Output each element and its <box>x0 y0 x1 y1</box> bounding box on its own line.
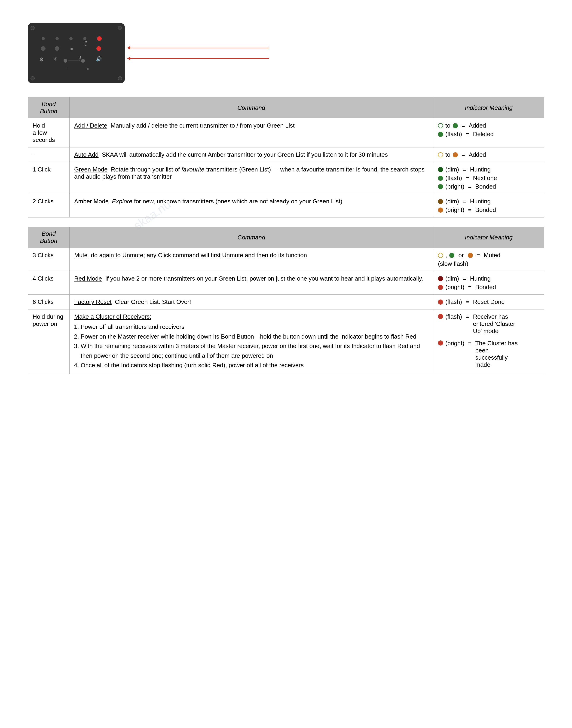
table-1: Bond Button Command Indicator Meaning Ho… <box>28 97 544 217</box>
cmd-title: Add / Delete <box>74 122 107 129</box>
command-cell: Make a Cluster of Receivers: Power off a… <box>70 309 433 374</box>
led-solid-red <box>438 299 443 305</box>
bright-label: (bright) <box>445 284 464 291</box>
eq-sign: = <box>468 340 472 347</box>
flash-label: (flash) <box>445 174 462 181</box>
dot-r1-5-red <box>97 36 102 41</box>
table-row: Hold duringpower on Make a Cluster of Re… <box>28 309 544 374</box>
screw-br <box>118 76 122 80</box>
indicator-cell: (flash) = Receiver hasentered 'ClusterUp… <box>433 309 544 374</box>
bond-cell: Holda few seconds <box>28 118 70 147</box>
meaning-text: Deleted <box>473 131 494 138</box>
led-solid-green-bright <box>438 184 443 189</box>
indicator-cell: , or = Muted (slow flash) <box>433 248 544 271</box>
indicator-row: , or = Muted <box>438 252 540 259</box>
table1-header-bond: Bond Button <box>28 97 70 118</box>
command-cell: Factory Reset Clear Green List. Start Ov… <box>70 295 433 309</box>
indicator-row: (flash) = Next one <box>438 174 540 181</box>
device-section: AUX ⚙ ✳ 🔊 VOL + <box>28 23 544 83</box>
dot-r2-1 <box>41 46 46 51</box>
arrow-2-head <box>127 57 130 60</box>
vol-dot-left <box>64 59 67 63</box>
indicator-row: (flash) = Receiver hasentered 'ClusterUp… <box>438 313 540 335</box>
list-item: Power on the Master receiver while holdi… <box>81 332 428 342</box>
comma-sep: , <box>445 252 447 259</box>
table-row: 2 Clicks Amber Mode Explore for new, unk… <box>28 194 544 217</box>
eq-sign: = <box>463 166 466 173</box>
dot-r1-4 <box>83 37 86 40</box>
dot-r1-1 <box>42 37 45 40</box>
dim-label: (dim) <box>445 275 459 282</box>
meaning-text: Reset Done <box>473 298 504 305</box>
led-solid-red <box>438 314 443 319</box>
slow-flash-label: (slow flash) <box>438 260 540 268</box>
to-label: to <box>445 151 450 158</box>
vol-label: VOL <box>79 56 81 61</box>
indicator-cell: (flash) = Reset Done <box>433 295 544 309</box>
list-item: With the remaining receivers within 3 me… <box>81 341 428 361</box>
meaning-text: Next one <box>473 174 497 181</box>
meaning-text: Hunting <box>470 275 491 282</box>
command-cell: Red Mode If you have 2 or more transmitt… <box>70 271 433 295</box>
led-solid-green-muted <box>449 253 454 258</box>
eq-sign: = <box>468 284 472 291</box>
cmd-italic: favourite <box>182 166 205 173</box>
device-diagram: AUX ⚙ ✳ 🔊 VOL + <box>28 23 125 83</box>
dot-r1-2 <box>56 37 59 40</box>
cmd-title: Red Mode <box>74 275 102 282</box>
meaning-text: Hunting <box>470 198 491 205</box>
bond-cell: 3 Clicks <box>28 248 70 271</box>
screw-tr <box>118 26 122 30</box>
led-solid-green <box>438 176 443 181</box>
bond-cell: - <box>28 147 70 162</box>
table1-header-indicator: Indicator Meaning <box>433 97 544 118</box>
bright-label: (bright) <box>445 206 464 214</box>
meaning-text: Receiver hasentered 'ClusterUp' mode <box>473 313 515 335</box>
command-cell: Amber Mode Explore for new, unknown tran… <box>70 194 433 217</box>
indicator-row: (bright) = Bonded <box>438 183 540 190</box>
led-dim-amber <box>438 199 443 204</box>
table2-header-command: Command <box>70 227 433 248</box>
dim-label: (dim) <box>445 166 459 173</box>
arrow-1-shaft <box>130 48 269 48</box>
cmd-italic: Explore <box>112 198 132 205</box>
table-row: 4 Clicks Red Mode If you have 2 or more … <box>28 271 544 295</box>
table2-header-bond: Bond Button <box>28 227 70 248</box>
led-dim-green <box>438 167 443 172</box>
cmd-title: Green Mode <box>74 166 108 173</box>
indicator-row: to = Added <box>438 122 540 129</box>
aux-label: AUX <box>84 41 87 47</box>
bond-cell: 2 Clicks <box>28 194 70 217</box>
led-solid-amber <box>438 208 443 213</box>
table-row: 6 Clicks Factory Reset Clear Green List.… <box>28 295 544 309</box>
bond-cell: 4 Clicks <box>28 271 70 295</box>
meaning-text: Added <box>469 122 486 129</box>
led-outline-yellow-muted <box>438 253 443 258</box>
bond-cell: 1 Click <box>28 162 70 194</box>
arrow-2 <box>127 57 269 60</box>
indicator-cell: to = Added (flash) = Deleted <box>433 118 544 147</box>
to-label: to <box>445 122 450 129</box>
meaning-text: Bonded <box>476 183 496 190</box>
bond-cell: 6 Clicks <box>28 295 70 309</box>
led-solid-green <box>453 123 458 128</box>
indicator-row: (dim) = Hunting <box>438 166 540 173</box>
eq-sign: = <box>468 206 472 214</box>
screw-bl <box>30 76 35 80</box>
indicator-row: (flash) = Deleted <box>438 131 540 138</box>
indicator-cell: to = Added <box>433 147 544 162</box>
led-solid-amber <box>453 152 458 157</box>
bright-label: (bright) <box>445 183 464 190</box>
dot-r2-2 <box>55 46 59 51</box>
table-row: - Auto Add SKAA will automatically add t… <box>28 147 544 162</box>
indicator-row: (flash) = Reset Done <box>438 298 540 305</box>
led-dim-red <box>438 276 443 281</box>
eq-sign: = <box>466 313 469 320</box>
flash-label: (flash) <box>445 313 462 320</box>
vol-control <box>64 59 85 63</box>
bright-label: (bright) <box>445 340 464 347</box>
meaning-text: Bonded <box>476 206 496 214</box>
screw-tl <box>30 26 35 30</box>
arrow-1-head <box>127 46 130 50</box>
meaning-text: Bonded <box>476 284 496 291</box>
